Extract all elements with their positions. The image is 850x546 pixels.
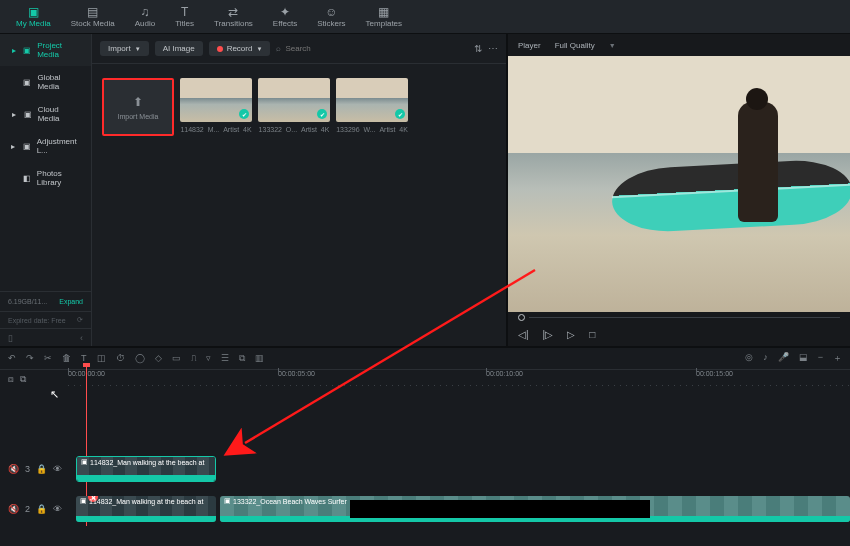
sidebar-item-label: Cloud Media [38, 105, 81, 123]
tab-effects[interactable]: ✦Effects [263, 4, 307, 30]
playhead-dot-icon[interactable] [518, 314, 525, 321]
mute-icon[interactable]: 🔇 [8, 504, 19, 514]
sidebar-item-label: Global Media [37, 73, 81, 91]
video-clip[interactable]: ▣114832_Man walking at the beach at [76, 456, 216, 482]
video-clip[interactable]: ▣114832_Man walking at the beach at ✖ [76, 496, 216, 522]
chevron-down-icon: ▼ [256, 46, 262, 52]
tab-label: Titles [175, 19, 194, 28]
tab-transitions[interactable]: ⇄Transitions [204, 4, 263, 30]
refresh-icon[interactable]: ⟳ [77, 316, 83, 324]
mixer-button[interactable]: ♪ [763, 352, 768, 365]
tab-my-media[interactable]: ▣My Media [6, 4, 61, 30]
delete-button[interactable]: 🗑 [62, 353, 71, 364]
chevron-right-icon: ▸ [10, 110, 18, 119]
crop-button[interactable]: ◫ [97, 353, 106, 364]
link-button[interactable]: ⧉ [239, 353, 245, 364]
undo-button[interactable]: ↶ [8, 353, 16, 364]
filter-icon[interactable]: ⇅ [474, 43, 482, 54]
play-button[interactable]: ▷ [567, 329, 575, 340]
media-sidebar: ▸ ▣ Project Media ▣ Global Media ▸ ▣ Clo… [0, 34, 92, 346]
expand-link[interactable]: Expand [59, 298, 83, 305]
group-button[interactable]: ▥ [255, 353, 264, 364]
sidebar-item-cloud-media[interactable]: ▸ ▣ Cloud Media [0, 98, 91, 130]
redo-button[interactable]: ↷ [26, 353, 34, 364]
sidebar-item-project-media[interactable]: ▸ ▣ Project Media [0, 34, 91, 66]
chevron-right-icon: ▸ [10, 142, 17, 151]
ruler-tick: 00:00:05:00 [278, 370, 315, 377]
preview-canvas[interactable] [508, 56, 850, 312]
tag-icon[interactable]: ▯ [8, 333, 13, 343]
track-number: 2 [25, 504, 30, 514]
tab-stickers[interactable]: ☺Stickers [307, 4, 355, 30]
storage-expired-label: Expired date: Free [8, 317, 66, 324]
search-icon: ⌕ [276, 44, 281, 53]
ai-image-button[interactable]: AI Image [155, 41, 203, 56]
sidebar-item-label: Project Media [37, 41, 81, 59]
speed-button[interactable]: ⏱ [116, 353, 125, 364]
search-input[interactable] [285, 44, 405, 53]
tab-audio[interactable]: ♫Audio [125, 4, 165, 30]
keyframe-button[interactable]: ◇ [155, 353, 162, 364]
eye-icon[interactable]: 👁 [53, 504, 62, 514]
panel-toolbar: Import▼ AI Image Record▼ ⌕ ⇅ ⋯ [92, 34, 506, 64]
sidebar-item-photos-library[interactable]: ◧ Photos Library [0, 162, 91, 194]
zoom-in-button[interactable]: ＋ [833, 352, 842, 365]
record-button[interactable]: Record▼ [209, 41, 271, 56]
my-media-icon: ▣ [28, 6, 39, 18]
ruler-tick: 00:00:15:00 [696, 370, 733, 377]
folder-icon: ▣ [23, 142, 31, 151]
link-toggle-icon[interactable]: ⧉ [20, 374, 26, 385]
import-media-card[interactable]: ⬆ Import Media [106, 78, 170, 136]
render-button[interactable]: ⬓ [799, 352, 808, 365]
marker-button[interactable]: ▿ [206, 353, 211, 364]
cut-button[interactable]: ✂ [44, 353, 52, 364]
titles-icon: T [181, 6, 188, 18]
media-panel: ▸ ▣ Project Media ▣ Global Media ▸ ▣ Clo… [0, 34, 508, 346]
stock-media-icon: ▤ [87, 6, 98, 18]
quality-select[interactable]: Full Quality [555, 41, 595, 50]
color-button[interactable]: ◯ [135, 353, 145, 364]
thumbnail-grid: ⬆ Import Media ✔ 114832_M..._Artist_4K ✔… [92, 64, 506, 150]
mute-icon[interactable]: 🔇 [8, 464, 19, 474]
timeline-ruler[interactable]: 00:00:00:00 00:00:05:00 00:00:10:00 00:0… [68, 370, 850, 388]
preview-tab[interactable]: Player [518, 41, 541, 50]
storage-used: 6.19GB/11... [8, 298, 47, 305]
tab-titles[interactable]: TTitles [165, 4, 204, 30]
sidebar-item-adjustment[interactable]: ▸ ▣ Adjustment L... [0, 130, 91, 162]
chevron-left-icon[interactable]: ‹ [80, 333, 83, 343]
more-icon[interactable]: ⋯ [488, 43, 498, 54]
stickers-icon: ☺ [325, 6, 337, 18]
lock-icon[interactable]: 🔒 [36, 464, 47, 474]
sidebar-item-global-media[interactable]: ▣ Global Media [0, 66, 91, 98]
tab-stock-media[interactable]: ▤Stock Media [61, 4, 125, 30]
track-2: 🔇 2 🔒 👁 ▣114832_Man walking at the beach… [0, 494, 850, 524]
media-thumb[interactable]: ✔ 133322_O..._Artist_4K [262, 78, 326, 136]
prev-frame-button[interactable]: ◁| [518, 329, 529, 340]
voiceover-button[interactable]: 🎤 [778, 352, 789, 365]
ruler-tick: 00:00:10:00 [486, 370, 523, 377]
media-thumb[interactable]: ✔ 133296_W..._Artist_4K [340, 78, 404, 136]
import-button[interactable]: Import▼ [100, 41, 149, 56]
sidebar-item-label: Adjustment L... [37, 137, 81, 155]
chevron-down-icon[interactable]: ▼ [609, 42, 616, 49]
stop-button[interactable]: □ [589, 329, 595, 340]
magnet-icon[interactable]: ⧈ [8, 374, 14, 385]
eye-icon[interactable]: 👁 [53, 464, 62, 474]
timeline-panel: ↶ ↷ ✂ 🗑 T ◫ ⏱ ◯ ◇ ▭ ⎍ ▿ ☰ ⧉ ▥ ◎ ♪ 🎤 ⬓ − … [0, 346, 850, 546]
tab-templates[interactable]: ▦Templates [356, 4, 412, 30]
adjust-button[interactable]: ☰ [221, 353, 229, 364]
cursor-icon: ↖ [50, 388, 59, 401]
video-clip[interactable]: ▣133322_Ocean Beach Waves Surfer [220, 496, 850, 522]
record-dot-icon [217, 46, 223, 52]
media-thumb[interactable]: ✔ 114832_M..._Artist_4K [184, 78, 248, 136]
clip-icon: ▣ [81, 458, 88, 466]
mask-button[interactable]: ▭ [172, 353, 181, 364]
lock-icon[interactable]: 🔒 [36, 504, 47, 514]
split-button[interactable]: ⎍ [191, 353, 196, 364]
next-frame-button[interactable]: |▷ [543, 329, 554, 340]
chevron-down-icon: ▼ [135, 46, 141, 52]
snapshot-button[interactable]: ◎ [745, 352, 753, 365]
storage-expired: Expired date: Free ⟳ [0, 311, 91, 328]
timeline-tracks: 🔇 3 🔒 👁 ▣114832_Man walking at the beach… [0, 402, 850, 546]
zoom-out-button[interactable]: − [818, 352, 823, 365]
